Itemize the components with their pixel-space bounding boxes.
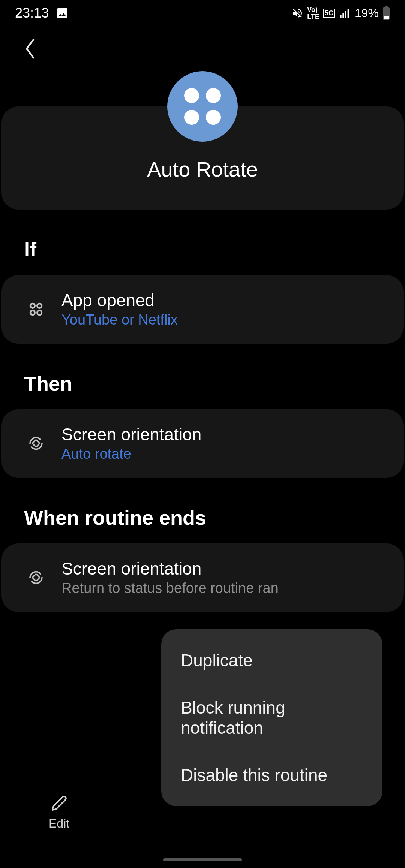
bottom-bar: Edit (0, 787, 405, 838)
svg-rect-0 (340, 15, 342, 18)
status-left: 23:13 (15, 5, 69, 21)
rotate-icon (26, 569, 46, 587)
svg-point-10 (37, 310, 42, 315)
then-section: Then Screen orientation Auto rotate (0, 372, 405, 478)
home-indicator[interactable] (163, 858, 242, 861)
battery-icon (382, 6, 390, 20)
edit-button[interactable]: Edit (22, 787, 96, 838)
gallery-icon (56, 6, 69, 20)
status-time: 23:13 (15, 5, 49, 21)
then-heading: Then (2, 372, 404, 395)
status-right: Vo)LTE 5G 19% (291, 6, 390, 20)
then-action-subtitle: Auto rotate (62, 446, 388, 462)
routine-header: Auto Rotate (2, 106, 404, 210)
end-action-title: Screen orientation (62, 558, 388, 579)
svg-rect-6 (384, 16, 389, 19)
chevron-left-icon (22, 37, 38, 61)
battery-percentage: 19% (355, 6, 379, 20)
status-bar: 23:13 Vo)LTE 5G 19% (0, 0, 405, 26)
signal-icon (339, 7, 351, 19)
end-action-content: Screen orientation Return to status befo… (62, 558, 388, 596)
if-condition-subtitle: YouTube or Netflix (62, 312, 388, 328)
if-condition-card[interactable]: App opened YouTube or Netflix (2, 275, 404, 344)
apps-icon (184, 88, 221, 125)
apps-icon-small (26, 301, 46, 317)
routine-header-card[interactable]: Auto Rotate (2, 106, 404, 210)
svg-rect-1 (342, 13, 344, 18)
mute-icon (291, 7, 303, 19)
edit-label: Edit (49, 817, 69, 831)
routine-icon[interactable] (167, 71, 238, 142)
routine-title: Auto Rotate (16, 157, 388, 181)
svg-rect-11 (32, 440, 40, 447)
then-action-title: Screen orientation (62, 424, 388, 444)
svg-point-9 (30, 310, 35, 315)
svg-point-8 (37, 303, 42, 308)
5g-icon: 5G (323, 9, 335, 18)
pencil-icon (51, 795, 68, 813)
menu-item-duplicate[interactable]: Duplicate (161, 637, 382, 684)
end-action-card[interactable]: Screen orientation Return to status befo… (2, 543, 404, 612)
then-action-content: Screen orientation Auto rotate (62, 424, 388, 462)
volte-icon: Vo)LTE (307, 6, 320, 20)
end-section: When routine ends Screen orientation Ret… (0, 506, 405, 612)
if-condition-title: App opened (62, 290, 388, 310)
svg-rect-12 (32, 574, 40, 581)
if-heading: If (2, 238, 404, 261)
svg-point-7 (30, 303, 35, 308)
end-action-subtitle: Return to status before routine ran (62, 580, 388, 596)
svg-rect-2 (345, 11, 346, 18)
if-condition-content: App opened YouTube or Netflix (62, 290, 388, 328)
if-section: If App opened YouTube or Netflix (0, 238, 405, 344)
svg-rect-5 (385, 6, 388, 8)
then-action-card[interactable]: Screen orientation Auto rotate (2, 409, 404, 478)
rotate-icon (26, 434, 46, 452)
menu-item-block-notification[interactable]: Block running notification (161, 684, 382, 751)
back-button[interactable] (0, 26, 405, 69)
overflow-menu: Duplicate Block running notification Dis… (161, 629, 382, 806)
end-heading: When routine ends (2, 506, 404, 529)
svg-rect-3 (348, 9, 349, 18)
